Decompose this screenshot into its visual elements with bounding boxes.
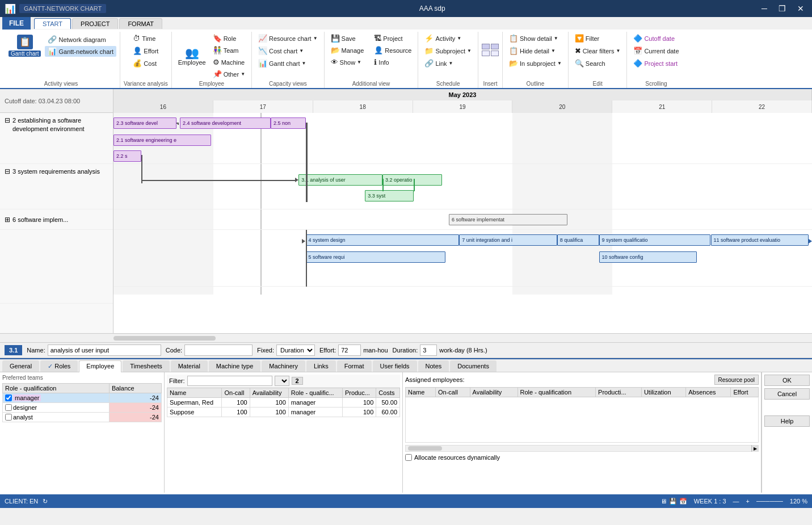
- collapse-icon-3[interactable]: ⊟: [5, 167, 10, 175]
- search-btn[interactable]: 🔍 Search: [572, 58, 624, 69]
- machine-btn[interactable]: ⚙ Machine: [210, 57, 248, 68]
- bar-9-sysq[interactable]: 9 system qualificatio: [599, 234, 711, 246]
- subproject-btn[interactable]: 📁 Subproject ▼: [422, 45, 474, 56]
- filter-count-badge[interactable]: 2: [292, 377, 303, 385]
- show-btn[interactable]: 👁 Show ▼: [328, 57, 367, 68]
- bar-5-requi[interactable]: 5 software requi: [306, 251, 445, 263]
- refresh-icon[interactable]: ↻: [43, 498, 48, 505]
- avail-row-suppose[interactable]: Suppose 100 100 manager 100 60.00: [167, 408, 400, 417]
- format-tab[interactable]: FORMAT: [119, 18, 162, 29]
- btab-roles[interactable]: Roles: [40, 360, 78, 372]
- gantt-network-btn[interactable]: 📊 Gantt-network chart: [45, 46, 116, 57]
- close-btn[interactable]: ✕: [794, 3, 807, 14]
- btab-timesheets[interactable]: Timesheets: [123, 360, 169, 372]
- team-btn[interactable]: 👫 Team: [210, 45, 248, 56]
- btab-general[interactable]: General: [2, 360, 39, 372]
- bar-11-prod[interactable]: 11 software product evaluatio: [711, 234, 809, 246]
- structure-btn[interactable]: [482, 44, 499, 56]
- collapse-icon-2[interactable]: ⊟: [5, 116, 10, 124]
- start-tab[interactable]: START: [34, 18, 71, 29]
- bar-7-unit[interactable]: 7 unit integration and i: [459, 234, 557, 246]
- gantt-chart-cap-btn[interactable]: 📊 Gantt chart ▼: [255, 58, 321, 69]
- btab-material[interactable]: Material: [171, 360, 208, 372]
- manage-btn[interactable]: 📂 Manage: [328, 45, 367, 56]
- other-btn[interactable]: 📌 Other ▼: [210, 69, 248, 79]
- zoom-slider[interactable]: ──────: [756, 498, 783, 505]
- assigned-scroll-right[interactable]: ▶: [751, 445, 758, 452]
- resource-chart-btn[interactable]: 📈 Resource chart ▼: [255, 33, 321, 44]
- btab-employee[interactable]: Employee: [79, 360, 121, 372]
- role-row-analyst[interactable]: analyst -24: [3, 413, 162, 422]
- project-tab[interactable]: PROJECT: [72, 18, 118, 29]
- bar-3-3[interactable]: 3.3 syst: [365, 190, 414, 201]
- code-input[interactable]: [184, 345, 253, 356]
- minimize-btn[interactable]: ─: [758, 3, 771, 14]
- network-diagram-btn[interactable]: 🔗 Network diagram: [45, 34, 116, 45]
- status-icon-2[interactable]: 💾: [669, 498, 677, 505]
- bar-2-4[interactable]: 2.4 software development: [180, 117, 271, 129]
- horizontal-scrollbar[interactable]: [0, 333, 812, 342]
- hide-detail-btn[interactable]: 📋 Hide detail ▼: [506, 45, 565, 56]
- allocate-checkbox[interactable]: [405, 454, 412, 461]
- bar-2-2[interactable]: 2.2 s: [113, 150, 141, 162]
- filter-btn[interactable]: 🔽 Filter: [572, 33, 624, 44]
- bar-6-impl[interactable]: 6 software implementat: [449, 214, 567, 225]
- btab-links[interactable]: Links: [306, 360, 336, 372]
- assigned-scroll-thumb[interactable]: [408, 446, 442, 451]
- effort-btn[interactable]: 👤 Effort: [130, 45, 161, 56]
- duration-input[interactable]: [420, 345, 437, 356]
- resource-btn[interactable]: 👤 Resource: [371, 45, 414, 56]
- btab-machine-type[interactable]: Machine type: [209, 360, 260, 372]
- effort-input[interactable]: [338, 345, 361, 356]
- bar-2-5[interactable]: 2.5 non: [271, 117, 306, 129]
- analyst-checkbox[interactable]: [5, 414, 12, 421]
- bar-10-conf[interactable]: 10 software config: [599, 251, 697, 263]
- info-btn[interactable]: ℹ Info: [371, 57, 414, 68]
- save-btn[interactable]: 💾 Save: [328, 33, 367, 44]
- status-icon-3[interactable]: 📅: [679, 498, 687, 505]
- ok-btn[interactable]: OK: [764, 375, 810, 386]
- task-row-3[interactable]: ⊟ 3 system requirements analysis: [0, 164, 113, 209]
- btab-machinery[interactable]: Machinery: [262, 360, 305, 372]
- fixed-select[interactable]: Duration: [276, 345, 315, 356]
- employee-main-btn[interactable]: 👥 Employee: [175, 45, 209, 68]
- btab-format[interactable]: Format: [337, 360, 372, 372]
- role-row-manager[interactable]: manager -24: [3, 393, 162, 403]
- role-btn[interactable]: 🔖 Role: [210, 33, 248, 44]
- expand-icon-6[interactable]: ⊞: [5, 216, 10, 224]
- cutoff-date-btn[interactable]: 🔷 Cutoff date: [630, 33, 681, 44]
- clear-filters-btn[interactable]: ✖ Clear filters ▼: [572, 45, 624, 56]
- status-icon-1[interactable]: 🖥: [660, 498, 667, 505]
- scrollbar-thumb[interactable]: [113, 336, 216, 341]
- filter-input[interactable]: [187, 376, 272, 386]
- help-btn[interactable]: Help: [764, 415, 810, 427]
- cost-chart-btn[interactable]: 📉 Cost chart ▼: [255, 45, 321, 56]
- name-input[interactable]: [48, 345, 161, 356]
- btab-user-fields[interactable]: User fields: [373, 360, 417, 372]
- resource-pool-btn[interactable]: Resource pool: [714, 375, 759, 385]
- gantt-chart-btn[interactable]: 📋 Gantt chart: [6, 33, 44, 58]
- in-subproject-btn[interactable]: 📂 In subproject ▼: [506, 58, 565, 69]
- activity-btn[interactable]: ⚡ Activity ▼: [422, 33, 474, 44]
- cancel-btn[interactable]: Cancel: [764, 388, 810, 400]
- assigned-hscroll[interactable]: ▶: [405, 445, 759, 452]
- btab-documents[interactable]: Documents: [450, 360, 497, 372]
- show-detail-btn[interactable]: 📋 Show detail ▼: [506, 33, 565, 44]
- project-start-btn[interactable]: 🔷 Project start: [630, 58, 681, 69]
- project-btn[interactable]: 🏗 Project: [371, 33, 414, 44]
- avail-row-superman[interactable]: Superman, Red 100 100 manager 100 50.00: [167, 398, 400, 408]
- link-btn[interactable]: 🔗 Link ▼: [422, 58, 474, 69]
- bar-3-1[interactable]: 3.1 analysis of user: [298, 174, 382, 186]
- btab-notes[interactable]: Notes: [418, 360, 449, 372]
- task-row-2[interactable]: ⊟ 2 establishing a software development …: [0, 113, 113, 164]
- cost-btn[interactable]: 💰 Cost: [130, 58, 161, 69]
- bar-2-1[interactable]: 2.1 software engineering e: [113, 135, 211, 146]
- role-row-designer[interactable]: designer -24: [3, 403, 162, 413]
- bar-3-2[interactable]: 3.2 operatio: [382, 174, 442, 186]
- bar-8-qual[interactable]: 8 qualifica: [557, 234, 599, 246]
- file-tab[interactable]: FILE: [2, 17, 31, 30]
- bar-4-design[interactable]: 4 system design: [306, 234, 460, 246]
- restore-btn[interactable]: ❒: [775, 3, 789, 14]
- task-row-6[interactable]: ⊞ 6 software implem...: [0, 209, 113, 230]
- time-btn[interactable]: ⏱ Time: [130, 33, 161, 44]
